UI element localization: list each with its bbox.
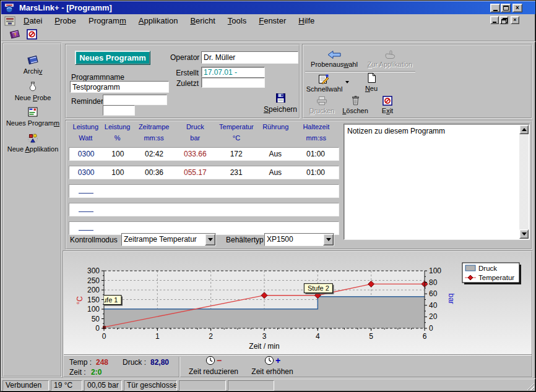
programmname-field-frame — [70, 81, 169, 93]
zur-applikation-button[interactable]: Zur Applikation — [361, 50, 418, 68]
drucken-label: Drucken — [309, 107, 335, 114]
programmname-label: Programmname — [71, 73, 124, 82]
minimize-button[interactable] — [490, 4, 500, 12]
mdi-close-button[interactable]: × — [511, 16, 519, 24]
menu-tools[interactable]: Tools — [222, 14, 253, 28]
druck-value: 82,80 — [150, 358, 169, 367]
table-empty-row-3[interactable] — [69, 184, 339, 198]
schnellwahl-dropdown-icon[interactable] — [345, 81, 349, 83]
neues-programm-button[interactable]: Neues Programm — [75, 51, 150, 65]
probenauswahl-label: Probenauswahl — [311, 61, 358, 68]
status-bar: Verbunden 19 °C 00,05 bar Tür geschlosse… — [1, 379, 536, 392]
sidebar-item-neues-programm[interactable]: Neues Programm — [4, 106, 62, 127]
empty-cell-dash — [79, 205, 93, 212]
svg-text:50: 50 — [92, 315, 100, 323]
chart-area: 0501001502002503000204060801000123456°Cb… — [64, 252, 532, 354]
resize-grip[interactable] — [526, 382, 534, 390]
table-empty-row-4[interactable] — [69, 203, 339, 216]
sidebar-item-label: Neue Probe — [15, 94, 51, 101]
clock-icon — [264, 356, 274, 365]
neu-button[interactable]: Neu — [358, 72, 385, 92]
svg-text:0: 0 — [102, 332, 106, 341]
svg-text:Zeit / min: Zeit / min — [249, 342, 279, 351]
kontrollmodus-dropdown-button[interactable] — [205, 234, 215, 245]
application-shapes-icon — [27, 132, 39, 144]
svg-text:150: 150 — [87, 296, 100, 304]
chevron-down-icon — [326, 238, 331, 241]
toolbar-divider — [1, 41, 536, 42]
footer-divider-bar — [179, 357, 180, 377]
probenauswahl-button[interactable]: Probenauswahl — [307, 50, 361, 68]
sidebar-item-label: Neues Programm — [6, 119, 59, 127]
schnellwahl-button[interactable]: Schnellwahl — [305, 74, 344, 93]
operator-field-frame — [201, 51, 298, 64]
help-book-icon[interactable]: ? — [9, 28, 22, 40]
svg-text:bar: bar — [447, 294, 456, 304]
notes-scrollbar[interactable] — [519, 125, 529, 239]
sidebar-item-archiv[interactable]: Archiv — [4, 54, 62, 75]
mdi-restore-button[interactable] — [499, 16, 508, 24]
svg-text:1: 1 — [155, 332, 160, 341]
table-row-2[interactable]: 0300100 00:36055.17 231Aus 01:00 — [69, 166, 339, 179]
svg-text:4: 4 — [316, 332, 320, 341]
kontrollmodus-combo[interactable]: Zeitrampe Temperatur — [121, 233, 216, 246]
programmname-input[interactable] — [71, 82, 168, 92]
drucken-button[interactable]: Drucken — [305, 96, 339, 114]
mdi-restore-icon — [501, 18, 506, 22]
table-row-1[interactable]: 0300100 02:42033.66 172Aus 01:00 — [69, 147, 339, 161]
sidebar: Archiv Neue Probe Neues Programm — [2, 43, 62, 377]
svg-text:Temperatur: Temperatur — [478, 274, 514, 281]
temp-label: Temp : — [69, 358, 92, 367]
zeit-reduzieren-button[interactable]: − Zeit reduzieren — [185, 355, 242, 376]
floppy-disk-icon — [275, 93, 286, 103]
behaeltertyp-combo[interactable]: XP1500 — [264, 233, 334, 246]
close-button[interactable]: × — [512, 4, 522, 12]
behaeltertyp-label: Behältertyp — [226, 236, 264, 244]
operator-input[interactable] — [202, 52, 298, 63]
behaeltertyp-dropdown-button[interactable] — [323, 234, 334, 245]
plus-icon: + — [275, 356, 280, 365]
svg-text:2: 2 — [209, 332, 213, 341]
menu-bericht[interactable]: Bericht — [184, 14, 221, 28]
menu-hilfe[interactable]: Hilfe — [292, 14, 321, 28]
svg-text:0: 0 — [429, 324, 433, 333]
mdi-document-icon[interactable] — [4, 16, 15, 26]
empty-cell-dash — [79, 224, 93, 231]
speichern-button[interactable]: Speichern — [262, 93, 299, 114]
reminder-input[interactable] — [103, 95, 166, 104]
program-form-panel: Neues Programm Programmname Reminder: Op… — [65, 44, 300, 119]
sidebar-item-neue-probe[interactable]: Neue Probe — [4, 81, 62, 101]
zeit-erhoehen-label: Zeit erhöhen — [244, 367, 301, 376]
operator-label: Operator — [170, 53, 199, 62]
menu-fenster[interactable]: Fenster — [253, 14, 292, 28]
stage-panel: LeistungWatt Leistung% Zeitrampemm:ss Dr… — [65, 120, 532, 250]
title-bar[interactable]: MarsLink+ - [Programm] × — [1, 1, 536, 14]
mdi-minimize-icon — [493, 22, 496, 23]
svg-text:°C: °C — [76, 296, 84, 305]
notes-frame: Notizen zu diesem Programm — [344, 124, 530, 240]
menu-programm[interactable]: Programm — [82, 14, 132, 28]
druck-label: Druck : — [123, 358, 146, 367]
notes-textarea[interactable]: Notizen zu diesem Programm — [345, 126, 519, 238]
hand-pointer-icon — [383, 50, 397, 59]
menu-bar: Datei Probe Programm Applikation Bericht… — [1, 14, 536, 28]
menu-applikation[interactable]: Applikation — [132, 14, 184, 28]
app-icon — [4, 3, 14, 13]
exit-button[interactable]: Exit — [374, 96, 401, 114]
exit-toolbar-icon[interactable] — [27, 29, 37, 40]
schnellwahl-label: Schnellwahl — [306, 85, 343, 93]
loeschen-button[interactable]: Löschen — [338, 95, 373, 114]
exit-label: Exit — [382, 107, 393, 114]
new-document-icon — [367, 72, 376, 83]
reminder2-input[interactable] — [103, 106, 134, 115]
sidebar-item-neue-applikation[interactable]: Neue Applikation — [4, 132, 62, 153]
svg-text:100: 100 — [87, 305, 100, 313]
maximize-button[interactable] — [501, 4, 511, 12]
menu-probe[interactable]: Probe — [48, 14, 82, 28]
svg-text:200: 200 — [87, 286, 100, 294]
menu-datei[interactable]: Datei — [17, 14, 48, 28]
mdi-minimize-button[interactable] — [490, 16, 499, 24]
zeit-erhoehen-button[interactable]: + Zeit erhöhen — [244, 355, 301, 376]
scroll-down-button[interactable] — [519, 229, 529, 239]
scroll-up-button[interactable] — [519, 125, 529, 134]
